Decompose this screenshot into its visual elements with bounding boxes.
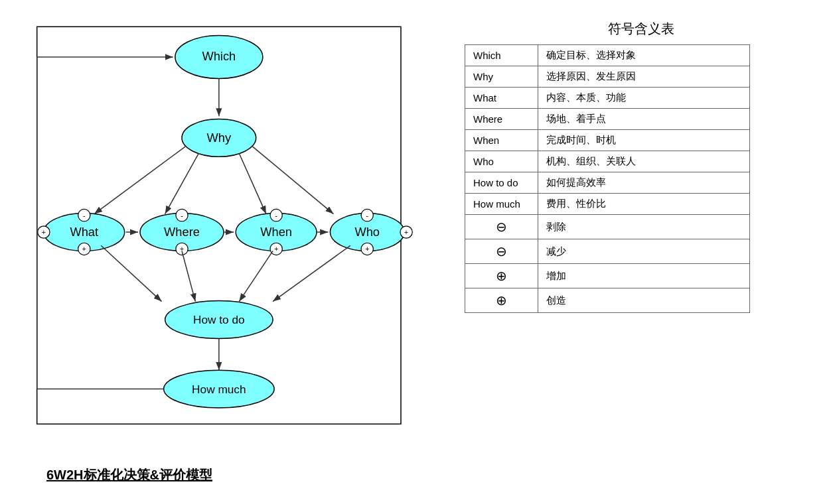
- legend-meaning: 减少: [538, 239, 750, 264]
- svg-line-10: [253, 147, 334, 214]
- svg-text:+: +: [404, 228, 409, 236]
- legend-row: How to do如何提高效率: [465, 172, 750, 194]
- diagram-area: Which Why What Where When: [13, 13, 451, 491]
- legend-meaning: 如何提高效率: [538, 172, 750, 194]
- svg-text:Who: Who: [354, 225, 380, 239]
- legend-row: Where场地、着手点: [465, 109, 750, 130]
- svg-text:Which: Which: [202, 49, 236, 63]
- legend-row: ⊖减少: [465, 239, 750, 264]
- svg-line-8: [165, 153, 199, 214]
- svg-line-43: [182, 251, 195, 301]
- legend-meaning: 剥除: [538, 215, 750, 239]
- svg-text:How to do: How to do: [193, 313, 245, 326]
- legend-row: What内容、本质、功能: [465, 88, 750, 109]
- legend-symbol: Where: [465, 109, 538, 130]
- svg-text:How much: How much: [192, 383, 246, 396]
- svg-text:+: +: [42, 228, 46, 236]
- svg-text:+: +: [274, 245, 279, 253]
- svg-line-44: [239, 251, 273, 301]
- svg-text:What: What: [70, 225, 98, 239]
- legend-row: ⊕增加: [465, 264, 750, 288]
- legend-row: ⊕创造: [465, 288, 750, 313]
- svg-text:-: -: [275, 212, 277, 220]
- legend-meaning: 场地、着手点: [538, 109, 750, 130]
- svg-line-7: [94, 147, 185, 214]
- legend-meaning: 创造: [538, 288, 750, 313]
- svg-line-9: [239, 153, 266, 214]
- legend-symbol: How much: [465, 194, 538, 215]
- legend-meaning: 费用、性价比: [538, 194, 750, 215]
- svg-text:-: -: [83, 212, 86, 220]
- legend-symbol: ⊖: [465, 215, 538, 239]
- legend-symbol: Why: [465, 66, 538, 88]
- svg-line-42: [101, 245, 161, 301]
- svg-text:When: When: [260, 225, 292, 239]
- svg-text:Why: Why: [207, 131, 232, 145]
- svg-text:-: -: [181, 212, 183, 220]
- legend-symbol: How to do: [465, 172, 538, 194]
- legend-symbol: ⊕: [465, 288, 538, 313]
- legend-row: When完成时间、时机: [465, 130, 750, 151]
- svg-text:Where: Where: [164, 225, 200, 239]
- legend-row: ⊖剥除: [465, 215, 750, 239]
- legend-symbol: When: [465, 130, 538, 151]
- legend-meaning: 选择原因、发生原因: [538, 66, 750, 88]
- svg-text:+: +: [82, 245, 87, 253]
- legend-symbol: Who: [465, 151, 538, 172]
- svg-text:-: -: [366, 212, 368, 220]
- legend-row: How much费用、性价比: [465, 194, 750, 215]
- diagram-title: 6W2H标准化决策&评价模型: [46, 466, 212, 484]
- legend-meaning: 确定目标、选择对象: [538, 45, 750, 66]
- legend-title: 符号含义表: [465, 20, 818, 38]
- legend-row: Why选择原因、发生原因: [465, 66, 750, 88]
- legend-symbol: Which: [465, 45, 538, 66]
- legend-meaning: 机构、组织、关联人: [538, 151, 750, 172]
- legend-symbol: ⊕: [465, 264, 538, 288]
- legend-meaning: 内容、本质、功能: [538, 88, 750, 109]
- legend-meaning: 完成时间、时机: [538, 130, 750, 151]
- legend-symbol: ⊖: [465, 239, 538, 264]
- legend-meaning: 增加: [538, 264, 750, 288]
- legend-row: Which确定目标、选择对象: [465, 45, 750, 66]
- svg-line-45: [273, 245, 350, 301]
- legend-table: Which确定目标、选择对象Why选择原因、发生原因What内容、本质、功能Wh…: [465, 44, 750, 313]
- legend-area: 符号含义表 Which确定目标、选择对象Why选择原因、发生原因What内容、本…: [451, 13, 818, 491]
- legend-symbol: What: [465, 88, 538, 109]
- svg-text:+: +: [365, 245, 370, 253]
- legend-row: Who机构、组织、关联人: [465, 151, 750, 172]
